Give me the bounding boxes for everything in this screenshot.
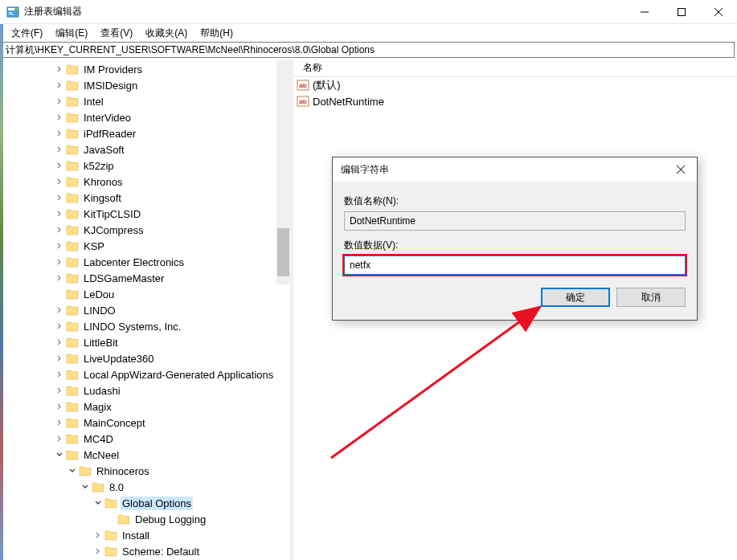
chevron-right-icon[interactable] — [55, 112, 64, 122]
chevron-right-icon[interactable] — [55, 337, 64, 347]
tree-item[interactable]: Khronos — [0, 174, 290, 190]
chevron-down-icon[interactable] — [93, 498, 103, 508]
tree-panel[interactable]: IM ProvidersIMSIDesignIntelInterVideoiPd… — [0, 59, 290, 560]
chevron-right-icon[interactable] — [55, 418, 64, 427]
header-name[interactable]: 名称 — [298, 59, 327, 76]
tree-item[interactable]: KJCompress — [0, 222, 290, 238]
chevron-right-icon[interactable] — [55, 161, 64, 170]
list-row[interactable]: ab(默认) — [293, 77, 737, 93]
value-data-input[interactable] — [344, 255, 686, 275]
chevron-down-icon[interactable] — [80, 482, 90, 492]
tree-label: Ludashi — [82, 384, 122, 398]
tree-item[interactable]: LeDou — [0, 286, 290, 302]
tree-label: iPdfReader — [82, 127, 137, 141]
ok-button[interactable]: 确定 — [541, 288, 610, 307]
value-name-label: 数值名称(N): — [344, 194, 686, 208]
folder-icon — [79, 465, 92, 476]
chevron-right-icon[interactable] — [55, 402, 64, 411]
folder-icon — [66, 385, 79, 396]
list-row[interactable]: abDotNetRuntime — [293, 93, 737, 109]
tree-item[interactable]: Labcenter Electronics — [0, 254, 290, 270]
tree-item[interactable]: MC4D — [0, 431, 290, 447]
chevron-right-icon[interactable] — [55, 370, 64, 379]
folder-icon — [92, 481, 104, 493]
list-header[interactable]: 名称 — [293, 59, 737, 77]
tree-item[interactable]: LINDO — [0, 302, 290, 318]
tree-label: IM Providers — [82, 63, 144, 76]
tree-item[interactable]: Install — [0, 527, 290, 543]
chevron-right-icon[interactable] — [55, 257, 64, 267]
menu-view[interactable]: 查看(V) — [94, 25, 139, 42]
tree-item[interactable]: Intel — [0, 93, 290, 109]
chevron-right-icon[interactable] — [55, 177, 64, 186]
tree-item[interactable]: Magix — [0, 399, 290, 415]
folder-icon — [66, 433, 79, 444]
chevron-right-icon[interactable] — [55, 354, 64, 363]
tree-item[interactable]: Debug Logging — [0, 511, 290, 527]
scrollbar-thumb[interactable] — [277, 228, 289, 276]
menu-file[interactable]: 文件(F) — [5, 25, 49, 42]
chevron-down-icon[interactable] — [68, 466, 77, 476]
chevron-right-icon[interactable] — [93, 530, 103, 540]
chevron-right-icon[interactable] — [55, 434, 64, 444]
dialog-title: 编辑字符串 — [341, 163, 389, 177]
tree-item[interactable]: LINDO Systems, Inc. — [0, 318, 290, 334]
tree-item[interactable]: Ludashi — [0, 382, 290, 399]
tree-item[interactable]: Global Options — [0, 495, 290, 511]
folder-icon — [66, 256, 79, 268]
tree-item[interactable]: KitTipCLSID — [0, 206, 290, 222]
chevron-right-icon[interactable] — [55, 241, 64, 251]
tree-item[interactable]: McNeel — [0, 447, 290, 463]
chevron-right-icon[interactable] — [55, 193, 64, 202]
close-button[interactable] — [700, 0, 737, 24]
tree-item[interactable]: Rhinoceros — [0, 463, 290, 479]
tree-label: LittleBit — [82, 336, 120, 349]
tree-item[interactable]: LittleBit — [0, 334, 290, 350]
cancel-button[interactable]: 取消 — [616, 288, 686, 307]
tree-item[interactable]: MainConcept — [0, 415, 290, 431]
tree-item[interactable]: IMSIDesign — [0, 77, 290, 93]
chevron-right-icon[interactable] — [55, 305, 64, 315]
tree-item[interactable]: iPdfReader — [0, 125, 290, 141]
dialog-titlebar[interactable]: 编辑字符串 — [333, 157, 697, 182]
chevron-right-icon[interactable] — [55, 96, 64, 106]
svg-rect-2 — [9, 12, 12, 13]
dialog-close-button[interactable] — [665, 158, 697, 181]
maximize-button[interactable] — [663, 0, 700, 24]
tree-item[interactable]: 8.0 — [0, 479, 290, 495]
minimize-button[interactable] — [626, 0, 663, 24]
tree-item[interactable]: LDSGameMaster — [0, 270, 290, 286]
window-title: 注册表编辑器 — [24, 5, 626, 18]
chevron-right-icon[interactable] — [55, 321, 64, 331]
chevron-right-icon[interactable] — [55, 273, 64, 283]
scrollbar[interactable] — [276, 59, 290, 284]
menu-edit[interactable]: 编辑(E) — [49, 25, 94, 42]
tree-item[interactable]: JavaSoft — [0, 141, 290, 157]
tree-item[interactable]: IM Providers — [0, 61, 290, 77]
chevron-right-icon[interactable] — [55, 145, 64, 154]
tree-item[interactable]: InterVideo — [0, 109, 290, 125]
folder-icon — [66, 224, 79, 235]
chevron-right-icon[interactable] — [55, 80, 64, 90]
tree-item[interactable]: LiveUpdate360 — [0, 350, 290, 366]
tree-item[interactable]: Kingsoft — [0, 190, 290, 206]
folder-icon — [66, 449, 79, 460]
chevron-right-icon[interactable] — [55, 225, 64, 235]
chevron-right-icon[interactable] — [55, 64, 64, 74]
tree-item[interactable]: k52zip — [0, 157, 290, 174]
tree-item[interactable]: Local AppWizard-Generated Applications — [0, 366, 290, 382]
folder-icon — [66, 144, 79, 155]
address-bar[interactable]: 计算机\HKEY_CURRENT_USER\SOFTWARE\McNeel\Rh… — [2, 42, 735, 58]
value-name-field: DotNetRuntime — [344, 211, 686, 231]
chevron-right-icon[interactable] — [55, 386, 64, 395]
chevron-right-icon[interactable] — [55, 209, 64, 219]
folder-icon — [66, 192, 79, 203]
tree-item[interactable]: Scheme: Default — [0, 543, 290, 559]
chevron-right-icon[interactable] — [93, 546, 103, 556]
chevron-down-icon[interactable] — [55, 450, 64, 460]
chevron-right-icon[interactable] — [55, 129, 64, 138]
menu-help[interactable]: 帮助(H) — [194, 25, 240, 42]
tree-item[interactable]: KSP — [0, 238, 290, 254]
menu-favorites[interactable]: 收藏夹(A) — [139, 25, 194, 42]
folder-icon — [66, 401, 79, 412]
